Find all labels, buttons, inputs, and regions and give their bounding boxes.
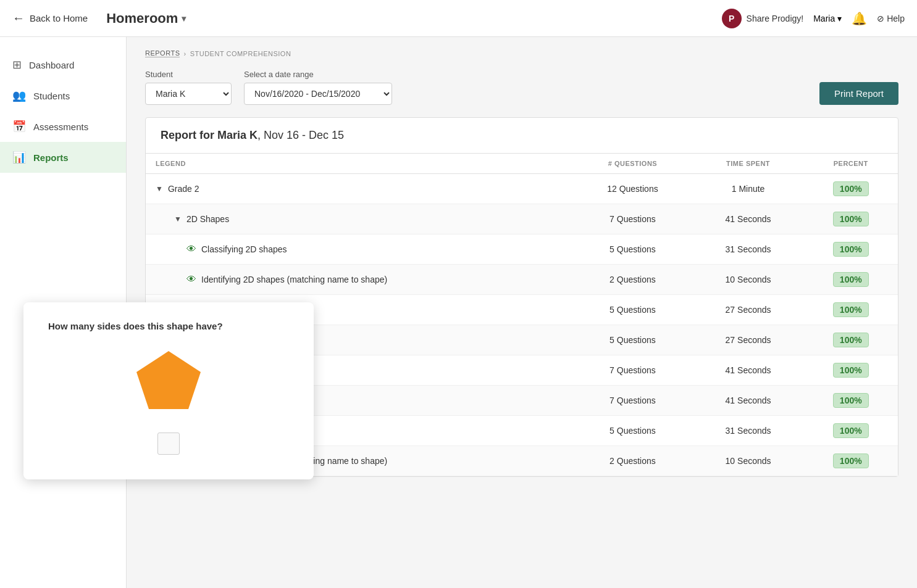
questions-cell: 5 Questions <box>572 416 692 446</box>
back-arrow-icon: ← <box>12 11 25 25</box>
sidebar-item-reports-label: Reports <box>33 152 69 163</box>
table-row: 👁 Identifying 2D shapes (matching name t… <box>146 265 898 295</box>
date-range-control-group: Select a date range Nov/16/2020 - Dec/15… <box>244 70 392 105</box>
student-label: Student <box>145 70 232 79</box>
table-header-row: LEGEND # QUESTIONS TIME SPENT PERCENT <box>146 154 898 174</box>
col-percent: PERCENT <box>804 154 898 174</box>
report-title-prefix-name: Report for Maria K <box>161 129 258 141</box>
breadcrumb-current: STUDENT COMPREHENSION <box>190 50 291 57</box>
percent-badge: 100% <box>833 453 869 468</box>
sidebar-item-reports[interactable]: 📊 Reports <box>0 142 126 173</box>
percent-badge: 100% <box>833 242 869 257</box>
percent-badge: 100% <box>833 181 869 196</box>
percent-cell: 100% <box>804 204 898 234</box>
time-cell: 27 Seconds <box>693 325 804 355</box>
time-cell: 31 Seconds <box>693 416 804 446</box>
percent-cell: 100% <box>804 355 898 386</box>
student-control-group: Student Maria K <box>145 70 232 105</box>
percent-badge: 100% <box>833 363 869 378</box>
expand-icon[interactable]: ▼ <box>174 215 182 223</box>
help-button[interactable]: ⊘ Help <box>877 14 905 23</box>
percent-cell: 100% <box>804 325 898 355</box>
questions-cell: 7 Questions <box>572 204 692 234</box>
percent-cell: 100% <box>804 265 898 295</box>
row-label: Identifying 2D shapes (matching name to … <box>201 275 387 284</box>
percent-badge: 100% <box>833 302 869 317</box>
breadcrumb-reports-link[interactable]: REPORTS <box>145 49 180 57</box>
date-range-select[interactable]: Nov/16/2020 - Dec/15/2020 <box>244 83 392 105</box>
questions-cell: 12 Questions <box>572 174 692 204</box>
user-menu-button[interactable]: Maria ▾ <box>813 14 842 23</box>
sidebar-item-students[interactable]: 👥 Students <box>0 80 126 111</box>
time-cell: 10 Seconds <box>693 265 804 295</box>
expand-icon[interactable]: ▼ <box>156 184 163 193</box>
table-row: ▼ Grade 2 12 Questions 1 Minute 100% <box>146 174 898 204</box>
percent-badge: 100% <box>833 423 869 438</box>
tooltip-popup: How many sides does this shape have? <box>23 302 314 479</box>
questions-cell: 2 Questions <box>572 265 692 295</box>
legend-cell: ▼ 2D Shapes <box>146 204 572 234</box>
sidebar-item-dashboard[interactable]: ⊞ Dashboard <box>0 49 126 80</box>
row-label: 2D Shapes <box>186 214 229 224</box>
time-cell: 41 Seconds <box>693 204 804 234</box>
time-cell: 41 Seconds <box>693 386 804 416</box>
col-questions: # QUESTIONS <box>572 154 692 174</box>
back-to-home-button[interactable]: ← Back to Home <box>12 11 88 25</box>
legend-cell: 👁 Identifying 2D shapes (matching name t… <box>146 265 572 295</box>
homeroom-title: Homeroom ▾ <box>106 10 186 27</box>
time-cell: 27 Seconds <box>693 295 804 325</box>
header-right-section: P Share Prodigy! Maria ▾ 🔔 ⊘ Help <box>722 9 905 28</box>
time-cell: 1 Minute <box>693 174 804 204</box>
homeroom-title-text: Homeroom <box>106 10 178 27</box>
sidebar-item-students-label: Students <box>33 91 70 101</box>
app-header: ← Back to Home Homeroom ▾ P Share Prodig… <box>0 0 917 37</box>
percent-cell: 100% <box>804 416 898 446</box>
sidebar-item-assessments[interactable]: 📅 Assessments <box>0 111 126 142</box>
row-label: Grade 2 <box>168 184 199 194</box>
sidebar-item-assessments-label: Assessments <box>33 122 88 132</box>
reports-icon: 📊 <box>12 151 26 164</box>
answer-box-container <box>48 433 289 455</box>
percent-cell: 100% <box>804 386 898 416</box>
pentagon-shape-container <box>48 346 289 420</box>
help-label: Help <box>887 14 905 23</box>
percent-cell: 100% <box>804 295 898 325</box>
eye-icon[interactable]: 👁 <box>186 244 196 255</box>
share-prodigy-button[interactable]: P Share Prodigy! <box>722 9 804 28</box>
student-select[interactable]: Maria K <box>145 83 232 105</box>
time-cell: 41 Seconds <box>693 355 804 386</box>
svg-marker-0 <box>136 351 201 409</box>
questions-cell: 7 Questions <box>572 355 692 386</box>
table-row: 👁 Classifying 2D shapes 5 Questions 31 S… <box>146 234 898 265</box>
questions-cell: 5 Questions <box>572 295 692 325</box>
time-cell: 31 Seconds <box>693 234 804 265</box>
percent-badge: 100% <box>833 212 869 226</box>
percent-cell: 100% <box>804 234 898 265</box>
pentagon-shape <box>132 346 206 420</box>
row-label: Classifying 2D shapes <box>201 244 287 254</box>
percent-cell: 100% <box>804 446 898 476</box>
table-row: ▼ 2D Shapes 7 Questions 41 Seconds 100% <box>146 204 898 234</box>
eye-icon[interactable]: 👁 <box>186 274 196 285</box>
controls-row: Student Maria K Select a date range Nov/… <box>145 70 898 105</box>
students-icon: 👥 <box>12 89 26 102</box>
notification-bell-icon[interactable]: 🔔 <box>852 11 867 26</box>
questions-cell: 5 Questions <box>572 234 692 265</box>
report-date-range: , Nov 16 - Dec 15 <box>258 129 344 141</box>
dashboard-icon: ⊞ <box>12 58 22 72</box>
sidebar-item-dashboard-label: Dashboard <box>29 60 74 70</box>
questions-cell: 2 Questions <box>572 446 692 476</box>
percent-cell: 100% <box>804 174 898 204</box>
tooltip-question-text: How many sides does this shape have? <box>48 321 289 331</box>
questions-cell: 5 Questions <box>572 325 692 355</box>
user-dropdown-icon: ▾ <box>837 14 842 23</box>
percent-badge: 100% <box>833 393 869 408</box>
time-cell: 10 Seconds <box>693 446 804 476</box>
prodigy-logo-icon: P <box>722 9 742 28</box>
help-circle-icon: ⊘ <box>877 14 884 23</box>
back-to-home-label: Back to Home <box>30 13 88 23</box>
answer-input-box[interactable] <box>157 433 180 455</box>
homeroom-dropdown-icon[interactable]: ▾ <box>182 14 186 23</box>
print-report-button[interactable]: Print Report <box>819 82 898 105</box>
col-legend: LEGEND <box>146 154 572 174</box>
